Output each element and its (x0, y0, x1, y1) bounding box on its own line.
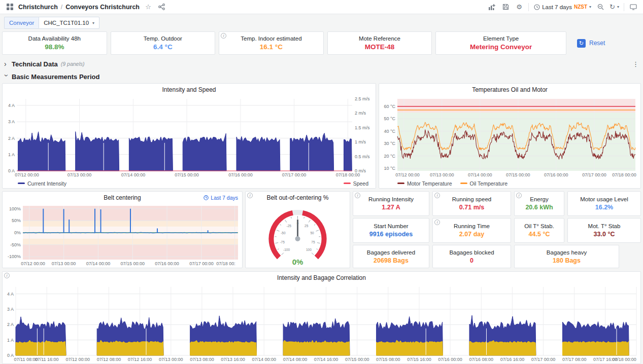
breadcrumb-parent[interactable]: Christchurch (18, 4, 58, 11)
time-range-label: Last 7 days (542, 4, 572, 10)
legend-swatch (460, 183, 467, 184)
stat-value: 33.0 °C (594, 231, 615, 238)
svg-text:07/12 00:00: 07/12 00:00 (66, 357, 90, 362)
stat-title: Bagages blocked (449, 249, 494, 256)
legend-label: Oil Temperature (470, 180, 508, 187)
svg-text:07/14 16:00: 07/14 16:00 (314, 357, 339, 362)
svg-text:07/13 00:00: 07/13 00:00 (159, 357, 183, 362)
svg-text:07/13 00:00: 07/13 00:00 (430, 172, 454, 177)
stat-value: 16.2% (595, 204, 613, 211)
stat-element-type: Element TypeMetering Conveyor (435, 31, 566, 55)
kpi-motor-usage-level: Motor usage Level16.2% (567, 191, 641, 216)
svg-text:3 A: 3 A (8, 119, 15, 124)
stat-title: Mote Reference (359, 35, 400, 42)
refresh-button[interactable]: ↻ ▾ (610, 3, 619, 11)
legend-item-oil-temperature[interactable]: Oil Temperature (460, 180, 508, 187)
stat-title: Start Number (374, 223, 408, 229)
settings-gear-icon[interactable]: ⚙ (515, 3, 524, 12)
temperatures-chart[interactable]: 10 °C20 °C30 °C40 °C50 °C60 °C07/12 00:0… (379, 96, 640, 180)
svg-text:60 °C: 60 °C (384, 104, 395, 109)
tv-mode-icon[interactable] (629, 3, 638, 12)
panel-intensity-bagage-correlation: i Intensity and Bagage Correlation 0 A1 … (2, 271, 641, 364)
svg-text:07/15 00:00: 07/15 00:00 (175, 172, 199, 177)
clock-icon (533, 4, 540, 10)
kpi-running-speed: iRunning speed0.71 m/s (432, 191, 511, 216)
stat-title: Running Time (454, 223, 490, 229)
divider (528, 3, 529, 11)
breadcrumb-current[interactable]: Conveyors Christchurch (65, 4, 140, 11)
stat-value: 180 Bags (553, 257, 581, 264)
add-panel-icon[interactable] (487, 3, 496, 12)
panel-title[interactable]: Intensity and Speed (3, 84, 376, 96)
navbar-actions: ⚙ Last 7 days NZST ▾ ↻ ▾ (487, 3, 638, 12)
stat-value: 1.27 A (382, 204, 400, 211)
chart-legend: Current Intensity Speed (3, 180, 376, 188)
row-title: Technical Data (12, 60, 58, 68)
panel-belt-out-of-centering: i Belt out-of-centering % -100-75-50-250… (245, 191, 350, 268)
legend-swatch (344, 183, 351, 184)
panel-title[interactable]: Belt centering Last 7 days (3, 192, 242, 204)
svg-text:07/12 16:00: 07/12 16:00 (128, 357, 152, 362)
kebab-menu-icon[interactable]: ⋮ (632, 60, 639, 68)
svg-text:07/14 00:00: 07/14 00:00 (252, 357, 276, 362)
zoom-out-icon[interactable] (596, 3, 605, 12)
stat-title: Data Availability 48h (28, 35, 81, 42)
svg-text:07/13 00:00: 07/13 00:00 (52, 261, 76, 266)
svg-text:07/15 00:00: 07/15 00:00 (120, 261, 145, 266)
panel-title[interactable]: Belt out-of-centering % (246, 192, 350, 204)
svg-text:07/17 00:00: 07/17 00:00 (189, 261, 214, 266)
row-basic-measurements[interactable]: › Basic Measurements Period (0, 71, 643, 82)
svg-text:3 A: 3 A (7, 307, 14, 312)
panel-title[interactable]: Temperatures Oil and Motor (379, 84, 640, 96)
kpi-bagages-blocked: Bagages blocked0 (432, 245, 511, 268)
conveyor-variable-select[interactable]: CHC_TC1T01.10 ▾ (39, 17, 99, 29)
svg-text:07/12 08:00: 07/12 08:00 (97, 357, 121, 362)
svg-text:07/12 00:00: 07/12 00:00 (15, 172, 39, 177)
svg-text:07/14 00:00: 07/14 00:00 (468, 172, 492, 177)
svg-text:0.5 m/s: 0.5 m/s (355, 154, 370, 159)
intensity-speed-chart[interactable]: 0 A1 A2 A3 A4 A07/12 00:0007/13 00:0007/… (3, 96, 376, 180)
belt-out-of-centering-gauge[interactable]: -100-75-50-250255075100 0% (246, 204, 350, 268)
panel-intensity-and-speed: Intensity and Speed 0 A1 A2 A3 A4 A07/12… (2, 83, 376, 189)
info-icon: i (247, 193, 253, 198)
svg-text:2.5 m/s: 2.5 m/s (355, 96, 370, 101)
share-icon[interactable] (157, 3, 166, 12)
svg-text:0 A: 0 A (8, 168, 15, 173)
panel-title-text: Intensity and Speed (162, 86, 216, 93)
panel-time-override[interactable]: Last 7 days (204, 192, 238, 204)
save-dashboard-icon[interactable] (501, 3, 510, 12)
svg-text:07/12 00:00: 07/12 00:00 (21, 261, 45, 266)
reset-icon[interactable]: ↻ (577, 39, 586, 48)
apps-grid-icon[interactable] (5, 3, 14, 12)
panel-title-text: Belt centering (104, 194, 141, 201)
row-technical-data[interactable]: › Technical Data (9 panels) ⋮ (0, 59, 643, 69)
panel-title[interactable]: Intensity and Bagage Correlation (3, 272, 640, 284)
gauge-value: 0% (246, 258, 350, 266)
intensity-bagage-correlation-chart[interactable]: 0 A1 A2 A3 A4 A07/11 08:0007/11 16:0007/… (3, 284, 640, 363)
belt-centering-chart[interactable]: 100%50%0%-50%-100%07/12 00:0007/13 00:00… (3, 204, 242, 268)
svg-text:07/18 00:00: 07/18 00:00 (612, 357, 636, 362)
svg-text:-50%: -50% (10, 242, 21, 247)
legend-item-motor-temperature[interactable]: Motor Temperature (397, 180, 452, 187)
reset-control: ↻ Reset (570, 31, 641, 55)
svg-text:07/13 08:00: 07/13 08:00 (190, 357, 214, 362)
top-stats-row: Data Availability 48h98.8%Temp. Outdoor6… (2, 31, 641, 55)
legend-item-current-intensity[interactable]: Current Intensity (18, 180, 66, 187)
reset-label[interactable]: Reset (589, 40, 605, 47)
time-range-picker[interactable]: Last 7 days NZST ▾ (533, 4, 591, 10)
time-override-label: Last 7 days (211, 195, 238, 201)
conveyor-variable-value: CHC_TC1T01.10 (44, 20, 89, 26)
svg-text:20 °C: 20 °C (384, 154, 395, 159)
caret-down-icon: ▾ (617, 5, 619, 9)
svg-text:07/15 08:00: 07/15 08:00 (376, 357, 400, 362)
top-stats-panels: Data Availability 48h98.8%Temp. Outdoor6… (2, 31, 566, 55)
svg-text:100%: 100% (9, 206, 21, 211)
svg-text:-25: -25 (287, 224, 292, 228)
stat-title: Running Intensity (368, 196, 414, 202)
svg-text:1 m/s: 1 m/s (355, 139, 366, 144)
timezone-label: NZST (574, 4, 587, 10)
favorite-star-icon[interactable]: ☆ (144, 3, 153, 12)
stat-title: Running speed (452, 196, 491, 202)
legend-item-speed[interactable]: Speed (344, 180, 368, 187)
stat-value: 0 (470, 257, 473, 264)
